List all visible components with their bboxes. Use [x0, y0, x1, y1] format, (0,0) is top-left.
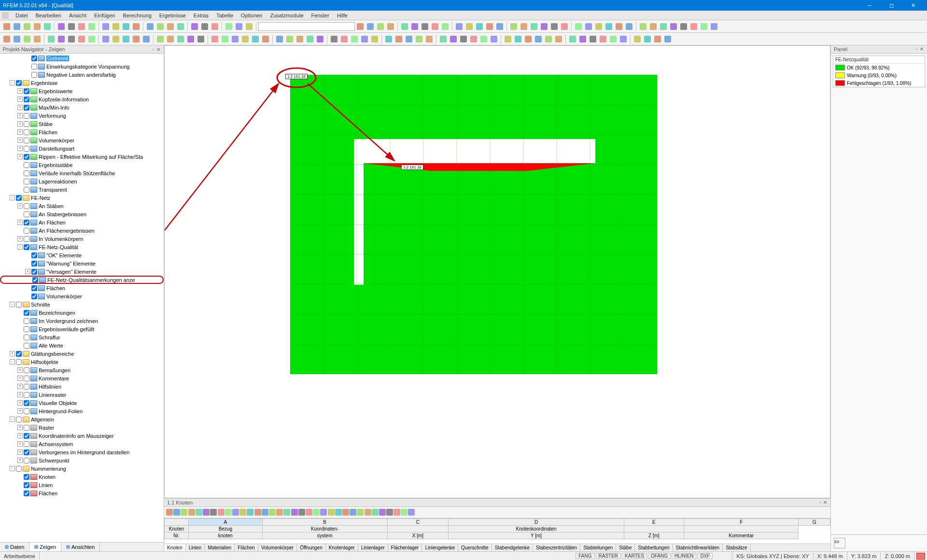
toolbar-button[interactable]	[269, 509, 276, 517]
toolbar-button[interactable]	[357, 509, 364, 517]
tree-item[interactable]: +Ergebniswerte	[0, 87, 164, 95]
toolbar-button[interactable]	[22, 34, 32, 44]
tree-checkbox[interactable]	[24, 458, 29, 463]
tree-item[interactable]: Lagerreaktionen	[0, 177, 164, 185]
toolbar-button[interactable]	[121, 34, 131, 44]
toolbar-button[interactable]	[489, 34, 499, 44]
toolbar-button[interactable]	[350, 34, 359, 44]
tree-item[interactable]: -Ergebnisse	[0, 79, 164, 87]
tree-item[interactable]: -FE-Netz	[0, 194, 164, 202]
tree-checkbox[interactable]	[16, 417, 22, 422]
toolbar-button[interactable]	[393, 509, 400, 517]
sheet-tab[interactable]: Stabbettungen	[635, 544, 673, 551]
toolbar-button[interactable]	[335, 509, 342, 517]
tree-checkbox[interactable]	[24, 310, 29, 316]
tree-expander[interactable]: +	[17, 425, 23, 430]
tree-checkbox[interactable]	[24, 244, 29, 250]
sheet-tab[interactable]: Linienlager	[358, 544, 388, 551]
toolbar-button[interactable]	[141, 34, 151, 44]
tree-checkbox[interactable]	[31, 252, 37, 258]
tree-expander[interactable]	[25, 285, 30, 291]
toolbar-button[interactable]	[519, 22, 529, 31]
tree-item[interactable]: Einwirkungskategorie Vorspannung	[0, 62, 164, 70]
toolbar-button[interactable]	[408, 509, 415, 517]
tree-item[interactable]: +Verborgenes im Hintergrund darstellen	[0, 448, 164, 456]
tree-checkbox[interactable]	[16, 466, 22, 472]
table-col-letter[interactable]: F	[684, 519, 799, 526]
viewport-3d[interactable]: 1:2 161.18 1:2 161.18	[164, 45, 830, 498]
tree-item[interactable]: +Hintergrund-Folien	[0, 407, 164, 415]
tree-checkbox[interactable]	[24, 220, 29, 225]
toolbar-button[interactable]	[291, 509, 298, 517]
toolbar-button[interactable]	[440, 22, 450, 31]
tree-item[interactable]: An Flächenergebnissen	[0, 226, 164, 235]
toolbar-button[interactable]	[166, 34, 175, 44]
toolbar-button[interactable]	[401, 509, 407, 517]
tree-checkbox[interactable]	[16, 351, 22, 357]
toolbar-button[interactable]	[196, 509, 202, 517]
toolbar-button[interactable]	[87, 34, 97, 44]
toolbar-button[interactable]	[306, 509, 312, 517]
status-toggle-dxf[interactable]: DXF	[697, 553, 713, 559]
tree-item[interactable]: Transparent	[0, 185, 164, 194]
menu-tabelle[interactable]: Tabelle	[212, 12, 237, 19]
toolbar-button[interactable]	[313, 509, 320, 517]
toolbar-button[interactable]	[699, 22, 709, 31]
tree-expander[interactable]	[25, 72, 30, 77]
tree-expander[interactable]: +	[17, 441, 23, 447]
menu-fenster[interactable]: Fenster	[308, 12, 333, 19]
tree-expander[interactable]	[17, 179, 23, 184]
toolbar-button[interactable]	[173, 509, 180, 517]
tree-checkbox[interactable]	[24, 179, 29, 184]
tree-checkbox[interactable]	[31, 261, 37, 266]
tree-item[interactable]: Schraffur	[0, 333, 164, 341]
tree-expander[interactable]: +	[17, 105, 23, 110]
tree-expander[interactable]: +	[17, 88, 23, 94]
tree-item[interactable]: +"Versagen" Elemente	[0, 267, 164, 276]
toolbar-button[interactable]	[608, 34, 618, 44]
tree-expander[interactable]: -	[17, 244, 23, 250]
tree-item[interactable]: +Kopfzeile-Information	[0, 95, 164, 103]
toolbar-button[interactable]	[438, 34, 448, 44]
tree-expander[interactable]: +	[17, 220, 23, 225]
tree-expander[interactable]	[17, 490, 23, 496]
toolbar-button[interactable]	[2, 34, 12, 44]
tree-expander[interactable]	[17, 474, 23, 479]
tree-checkbox[interactable]	[24, 162, 29, 168]
toolbar-button[interactable]	[121, 22, 131, 31]
toolbar-button[interactable]	[574, 22, 583, 31]
toolbar-button[interactable]	[220, 34, 230, 44]
maximize-button[interactable]: ◻	[881, 0, 902, 11]
tree-item[interactable]: Knoten	[0, 473, 164, 481]
toolbar-button[interactable]	[276, 509, 283, 517]
tree-item[interactable]: +Flächen	[0, 128, 164, 136]
close-button[interactable]: ✕	[902, 0, 924, 11]
tree-checkbox[interactable]	[24, 392, 29, 398]
toolbar-button[interactable]	[604, 22, 614, 31]
toolbar-button[interactable]	[464, 22, 474, 31]
panel-pin-close[interactable]: ▫ ✕	[916, 46, 924, 52]
toolbar-button[interactable]	[283, 509, 290, 517]
tree-expander[interactable]: +	[10, 351, 15, 356]
tree-checkbox[interactable]	[24, 203, 29, 209]
tree-expander[interactable]: +	[17, 236, 23, 241]
toolbar-button[interactable]	[101, 34, 111, 44]
tree-item[interactable]: Bezeichnungen	[0, 308, 164, 317]
toolbar-button[interactable]	[166, 22, 175, 31]
tree-expander[interactable]: +	[17, 97, 23, 102]
tree-expander[interactable]	[25, 64, 30, 69]
tree-item[interactable]: An Stabergebnissen	[0, 210, 164, 218]
toolbar-button[interactable]	[679, 22, 688, 31]
toolbar-button[interactable]	[285, 34, 295, 44]
toolbar-button[interactable]	[305, 34, 315, 44]
toolbar-button[interactable]	[350, 509, 356, 517]
toolbar-button[interactable]	[320, 509, 327, 517]
toolbar-button[interactable]	[328, 509, 335, 517]
tree-checkbox[interactable]	[24, 335, 29, 340]
tree-checkbox[interactable]	[24, 367, 29, 373]
toolbar-button[interactable]	[355, 22, 365, 31]
status-toggle-raster[interactable]: RASTER	[596, 553, 621, 559]
toolbar-button[interactable]	[315, 34, 325, 44]
toolbar-button[interactable]	[485, 22, 494, 31]
tree-checkbox[interactable]	[16, 359, 22, 365]
